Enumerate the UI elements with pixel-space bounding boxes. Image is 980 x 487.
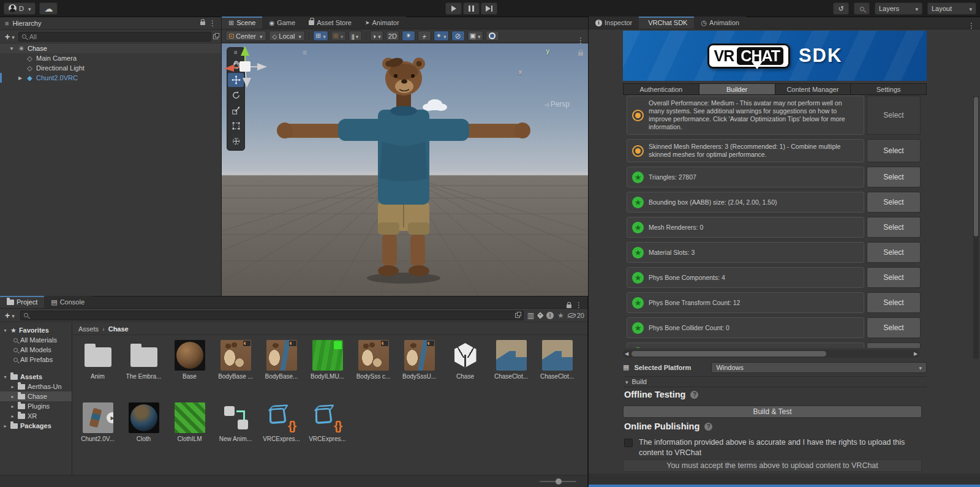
- gizmos-toggle[interactable]: [486, 31, 499, 41]
- select-button[interactable]: Select: [867, 167, 921, 187]
- breadcrumb-root[interactable]: Assets: [78, 325, 99, 333]
- slider-handle[interactable]: [556, 478, 562, 485]
- axis-y-label[interactable]: y: [546, 47, 550, 55]
- view-tab[interactable]: Game: [262, 17, 302, 29]
- build-and-test-button[interactable]: Build & Test: [623, 406, 922, 418]
- vertical-scrollbar[interactable]: [973, 96, 979, 359]
- snap-increment-button[interactable]: [331, 31, 346, 41]
- scene-lighting-toggle[interactable]: [402, 31, 415, 41]
- scene-viewport[interactable]: ≡: [222, 43, 588, 296]
- breadcrumb-current[interactable]: Chase: [108, 325, 129, 333]
- help-icon[interactable]: ?: [690, 391, 698, 399]
- hierarchy-search-input[interactable]: All: [18, 32, 211, 42]
- overlay-handle-icon[interactable]: [303, 48, 307, 57]
- hidden-count-toggle[interactable]: 20: [568, 312, 584, 319]
- hierarchy-item[interactable]: Main Camera: [0, 53, 221, 63]
- folder-tree-item[interactable]: Assets: [0, 372, 72, 382]
- asset-item[interactable]: Cloth: [121, 402, 167, 442]
- folder-tree-item[interactable]: Packages: [0, 421, 72, 431]
- favorites-item[interactable]: All Materials: [0, 335, 72, 345]
- sdk-tab[interactable]: Authentication: [624, 84, 699, 94]
- folder-tree-item[interactable]: Aerthas-Un: [0, 382, 72, 391]
- asset-item[interactable]: ChaseClot...: [534, 340, 580, 380]
- search-by-type-button[interactable]: [527, 311, 534, 320]
- scrollbar-thumb[interactable]: [631, 351, 826, 357]
- 2d-toggle-button[interactable]: 2D: [386, 31, 399, 41]
- panel-tab[interactable]: Animation: [694, 17, 746, 29]
- asset-item[interactable]: BodyBase ...: [213, 340, 258, 380]
- search-by-label-button[interactable]: [538, 313, 543, 318]
- expand-arrow-icon[interactable]: [2, 374, 8, 380]
- view-tab[interactable]: Scene: [222, 17, 262, 29]
- select-button[interactable]: Select: [867, 342, 921, 348]
- panel-tab[interactable]: Project: [0, 296, 44, 308]
- asset-item[interactable]: BodyILMU...: [304, 340, 350, 380]
- transform-tool-button[interactable]: [228, 134, 244, 148]
- asset-item[interactable]: Chunt2.0V...: [75, 402, 121, 442]
- expand-arrow-icon[interactable]: [10, 404, 15, 409]
- expand-arrow-icon[interactable]: [2, 423, 8, 429]
- hidden-objects-toggle[interactable]: [451, 31, 465, 41]
- favorites-item[interactable]: All Models: [0, 345, 72, 355]
- platform-dropdown[interactable]: Windows: [711, 362, 927, 373]
- select-button[interactable]: Select: [867, 292, 921, 313]
- select-button[interactable]: Select: [867, 96, 921, 135]
- terms-checkbox[interactable]: [624, 439, 633, 447]
- sdk-tab[interactable]: Content Manager: [775, 84, 851, 94]
- panel-tab[interactable]: Console: [44, 296, 91, 308]
- help-icon[interactable]: ?: [704, 423, 712, 431]
- scroll-right-icon[interactable]: ▶: [912, 351, 919, 357]
- asset-item[interactable]: BodyBase...: [258, 340, 304, 380]
- asset-item[interactable]: ChaseClot...: [488, 340, 534, 380]
- layers-dropdown[interactable]: Layers: [875, 2, 922, 15]
- panel-menu-icon[interactable]: [575, 302, 582, 308]
- add-gameobject-button[interactable]: [3, 32, 17, 42]
- asset-item[interactable]: New Anim...: [213, 402, 258, 442]
- draw-mode-dropdown[interactable]: [370, 31, 383, 41]
- expand-arrow-icon[interactable]: [10, 413, 15, 419]
- lock-icon[interactable]: [200, 21, 205, 25]
- rect-tool-button[interactable]: [228, 119, 244, 133]
- select-button[interactable]: Select: [867, 192, 921, 213]
- panel-tab[interactable]: Inspector: [589, 17, 639, 29]
- hierarchy-item[interactable]: Chunt2.0VRC: [0, 73, 221, 83]
- global-search-button[interactable]: [854, 2, 870, 15]
- select-button[interactable]: Select: [867, 217, 921, 238]
- scene-audio-toggle[interactable]: [418, 31, 431, 41]
- favorites-item[interactable]: All Prefabs: [0, 355, 72, 364]
- layout-dropdown[interactable]: Layout: [927, 2, 976, 15]
- search-by-import-log-button[interactable]: !: [546, 312, 554, 319]
- folder-tree-item[interactable]: Plugins: [0, 401, 72, 411]
- sdk-tab[interactable]: Settings: [851, 84, 926, 94]
- expand-arrow-icon[interactable]: [10, 384, 15, 390]
- step-button[interactable]: [481, 2, 497, 15]
- tool-pivot-dropdown[interactable]: Center: [225, 31, 266, 41]
- snap-settings-button[interactable]: [349, 31, 362, 41]
- sdk-tab[interactable]: Builder: [699, 84, 775, 94]
- orientation-gizmo[interactable]: [222, 43, 268, 90]
- asset-item[interactable]: Anim: [75, 340, 121, 380]
- favorites-section[interactable]: ★ Favorites: [0, 325, 72, 335]
- pause-button[interactable]: [463, 2, 480, 15]
- scene-camera-dropdown[interactable]: [467, 31, 483, 41]
- expand-arrow-icon[interactable]: [17, 75, 23, 81]
- undo-history-button[interactable]: ↺: [833, 2, 849, 15]
- asset-item[interactable]: BodySss c...: [350, 340, 396, 380]
- scene-menu-icon[interactable]: [577, 37, 584, 43]
- view-tab[interactable]: Asset Store: [302, 17, 358, 29]
- expand-arrow-icon[interactable]: [10, 394, 15, 399]
- thumbnail-size-slider[interactable]: [540, 481, 576, 482]
- hierarchy-item[interactable]: Directional Light: [0, 63, 221, 73]
- panel-tab[interactable]: VRChat SDK: [639, 17, 694, 29]
- select-button[interactable]: Select: [867, 267, 921, 288]
- horizontal-scrollbar[interactable]: ◀ ▶: [623, 350, 919, 358]
- select-button[interactable]: Select: [867, 242, 921, 263]
- grid-visibility-button[interactable]: [313, 31, 328, 41]
- asset-item[interactable]: The Embra...: [121, 340, 167, 380]
- scene-effects-dropdown[interactable]: [434, 31, 449, 41]
- folder-tree-item[interactable]: XR: [0, 411, 72, 421]
- tool-space-dropdown[interactable]: Local: [269, 31, 306, 41]
- scale-tool-button[interactable]: [228, 104, 244, 118]
- asset-item[interactable]: Base: [167, 340, 213, 380]
- scroll-left-icon[interactable]: ◀: [623, 351, 630, 357]
